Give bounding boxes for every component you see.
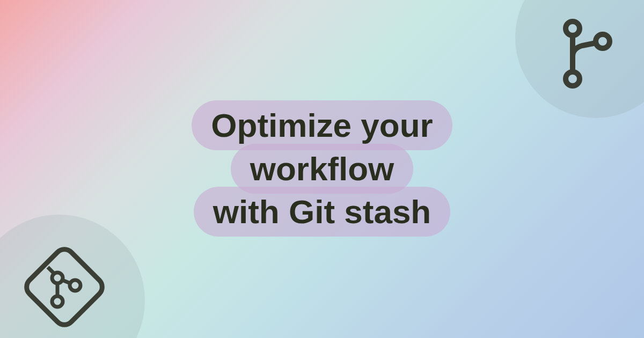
title-container: Optimize your workflow with Git stash [161,104,483,234]
svg-line-9 [62,280,70,283]
page-title-line2: with Git stash [194,187,450,237]
git-logo-icon [24,247,105,327]
svg-point-7 [52,296,63,307]
git-branch-icon [561,19,614,89]
svg-rect-4 [24,247,105,327]
svg-point-2 [566,72,580,86]
svg-point-0 [566,21,580,35]
svg-point-6 [70,280,80,291]
svg-point-1 [596,34,610,48]
decorative-circle-top-right [515,0,644,118]
page-title-line1: Optimize your workflow [192,100,452,194]
svg-line-10 [48,267,54,274]
decorative-circle-bottom-left [0,215,145,338]
